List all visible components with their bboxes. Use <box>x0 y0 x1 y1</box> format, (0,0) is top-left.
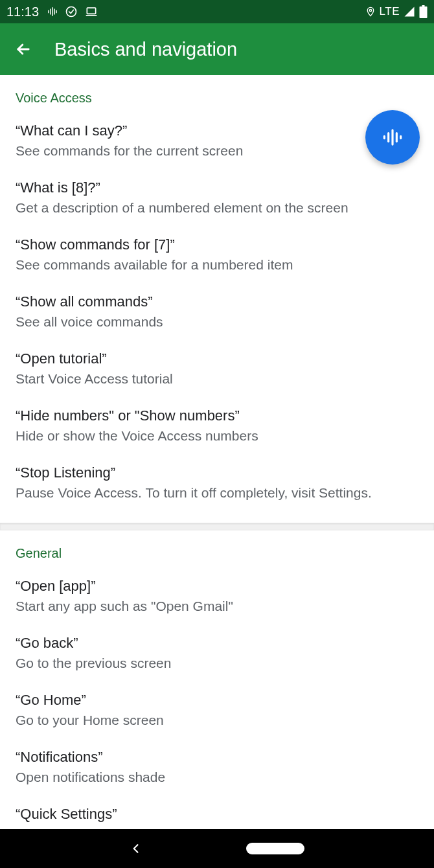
svg-rect-10 <box>383 135 385 139</box>
list-item[interactable]: “Show commands for [7]” See commands ava… <box>16 226 418 283</box>
svg-rect-14 <box>400 135 402 139</box>
item-subtitle: Pause Voice Access. To turn it off compl… <box>16 484 418 502</box>
list-item[interactable]: “Notifications” Open notifications shade <box>16 738 418 795</box>
battery-icon <box>419 5 428 18</box>
item-title: “Show commands for [7]” <box>16 235 418 255</box>
list-item[interactable]: “Go Home” Go to your Home screen <box>16 681 418 738</box>
status-bar: 11:13 LTE <box>0 0 434 23</box>
item-title: “Go back” <box>16 634 418 653</box>
voice-access-status-icon <box>47 6 58 17</box>
section-header: General <box>16 531 418 567</box>
svg-rect-9 <box>422 5 425 6</box>
item-title: “Go Home” <box>16 691 418 710</box>
svg-rect-3 <box>54 9 55 15</box>
voice-waveform-icon <box>380 125 405 150</box>
signal-icon <box>404 6 415 17</box>
item-title: “Notifications” <box>16 748 418 767</box>
section-general: General “Open [app]” Start any app such … <box>0 531 434 829</box>
page-title: Basics and navigation <box>54 39 237 60</box>
list-item[interactable]: “Open [app]” Start any app such as "Open… <box>16 567 418 624</box>
item-title: “Open tutorial” <box>16 349 418 369</box>
list-item[interactable]: “Open tutorial” Start Voice Access tutor… <box>16 340 418 397</box>
item-title: “What is [8]?” <box>16 178 418 198</box>
sync-icon <box>65 5 78 18</box>
item-title: “Show all commands” <box>16 292 418 312</box>
svg-point-7 <box>369 9 371 11</box>
item-subtitle: Open notifications shade <box>16 768 418 786</box>
svg-rect-2 <box>52 7 53 16</box>
list-item[interactable]: “What can I say?” See commands for the c… <box>16 112 418 169</box>
svg-rect-11 <box>387 132 389 143</box>
app-bar: Basics and navigation <box>0 23 434 75</box>
list-item[interactable]: “What is [8]?” Get a description of a nu… <box>16 169 418 226</box>
svg-rect-6 <box>87 8 95 14</box>
list-item[interactable]: “Show all commands” See all voice comman… <box>16 283 418 340</box>
item-subtitle: Start Voice Access tutorial <box>16 370 418 388</box>
system-nav-bar <box>0 829 434 868</box>
back-icon[interactable] <box>14 40 32 58</box>
svg-rect-4 <box>56 10 57 14</box>
section-divider <box>0 523 434 531</box>
svg-rect-12 <box>391 129 393 145</box>
status-time: 11:13 <box>6 5 39 19</box>
item-subtitle: Start any app such as "Open Gmail" <box>16 597 418 615</box>
item-title: “Hide numbers" or "Show numbers” <box>16 406 418 426</box>
section-header: Voice Access <box>16 75 418 112</box>
item-title: “Quick Settings” <box>16 805 418 824</box>
item-subtitle: Hide or show the Voice Access numbers <box>16 427 418 445</box>
svg-rect-1 <box>50 9 51 15</box>
item-subtitle: See commands available for a numbered it… <box>16 256 418 274</box>
location-icon <box>365 6 376 17</box>
item-title: “Stop Listening” <box>16 463 418 483</box>
svg-rect-0 <box>48 10 49 14</box>
network-label: LTE <box>380 5 400 18</box>
svg-point-5 <box>67 7 76 17</box>
list-item[interactable]: “Quick Settings” <box>16 795 418 829</box>
svg-rect-8 <box>420 6 428 18</box>
item-title: “What can I say?” <box>16 121 418 141</box>
content-scroll[interactable]: Voice Access “What can I say?” See comma… <box>0 75 434 829</box>
laptop-icon <box>84 5 98 18</box>
voice-access-fab[interactable] <box>365 110 420 165</box>
item-subtitle: See commands for the current screen <box>16 142 418 160</box>
list-item[interactable]: “Hide numbers" or "Show numbers” Hide or… <box>16 397 418 454</box>
item-title: “Open [app]” <box>16 577 418 596</box>
list-item[interactable]: “Stop Listening” Pause Voice Access. To … <box>16 454 418 511</box>
svg-rect-13 <box>396 132 398 143</box>
item-subtitle: See all voice commands <box>16 313 418 331</box>
nav-back-icon[interactable] <box>130 842 143 855</box>
item-subtitle: Get a description of a numbered element … <box>16 199 418 217</box>
nav-home-pill[interactable] <box>246 843 304 854</box>
item-subtitle: Go to the previous screen <box>16 654 418 672</box>
list-item[interactable]: “Go back” Go to the previous screen <box>16 624 418 681</box>
item-subtitle: Go to your Home screen <box>16 711 418 729</box>
